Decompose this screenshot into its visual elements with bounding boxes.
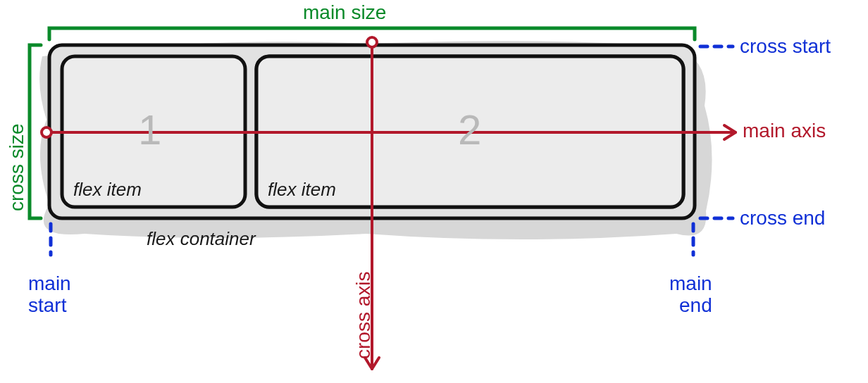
- cross-start-label: cross start: [740, 35, 831, 58]
- item-1-number: 1: [138, 106, 161, 154]
- cross-axis-label: cross axis: [352, 272, 375, 359]
- container-label: flex container: [147, 228, 256, 250]
- main-size-label: main size: [303, 1, 386, 24]
- item-1-label: flex item: [73, 179, 142, 201]
- cross-end-label: cross end: [740, 207, 825, 230]
- item-2-label: flex item: [268, 179, 336, 201]
- item-2-number: 2: [458, 106, 481, 154]
- cross-size-label: cross size: [6, 124, 28, 211]
- main-axis-label: main axis: [743, 120, 826, 142]
- svg-point-0: [42, 127, 51, 137]
- main-end-label: main end: [669, 273, 712, 317]
- svg-point-2: [367, 37, 377, 47]
- cross-size-bracket: [30, 45, 41, 218]
- main-start-label: main start: [28, 273, 71, 317]
